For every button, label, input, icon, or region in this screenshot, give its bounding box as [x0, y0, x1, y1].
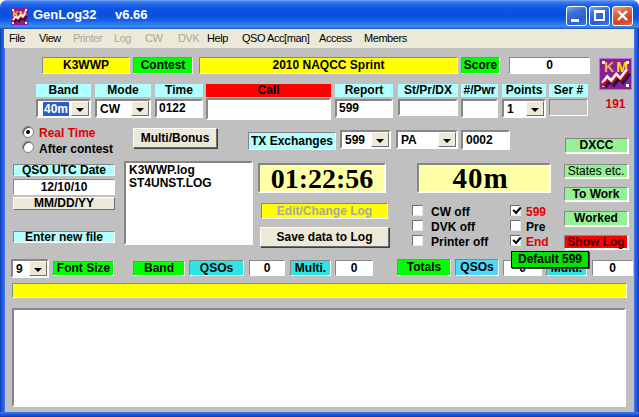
svg-text:K: K — [604, 59, 614, 75]
